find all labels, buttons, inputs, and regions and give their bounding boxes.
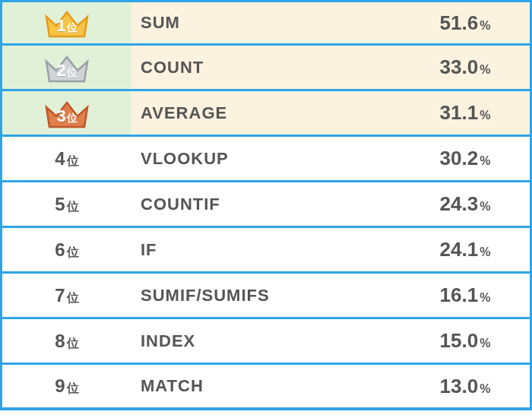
function-name: SUMIF/SUMIFS — [141, 286, 270, 306]
name-cell: COUNT — [131, 46, 401, 89]
percent-value: 51.6 % — [440, 11, 491, 35]
table-row: 6 位 IF 24.1 % — [0, 228, 532, 274]
crown-icon-silver: 2 位 — [43, 52, 90, 83]
rank-cell: 5 位 — [2, 182, 131, 226]
table-row: 7 位 SUMIF/SUMIFS 16.1 % — [0, 274, 532, 319]
table-row: 2 位 COUNT 33.0 % — [0, 46, 532, 91]
rank-label: 2 位 — [56, 61, 77, 81]
percent-value: 15.0 % — [440, 329, 491, 353]
function-name: COUNTIF — [141, 195, 220, 214]
percent-value: 31.1 % — [440, 101, 491, 125]
percent-value: 30.2 % — [440, 147, 491, 170]
name-cell: MATCH — [131, 365, 401, 407]
table-row: 9 位 MATCH 13.0 % — [0, 365, 532, 410]
table-row: 4 位 VLOOKUP 30.2 % — [0, 137, 532, 182]
percent-value: 33.0 % — [440, 55, 491, 79]
rank-cell: 6 位 — [2, 228, 131, 271]
function-name: AVERAGE — [141, 103, 227, 123]
rank-cell: 4 位 — [2, 137, 131, 180]
name-cell: AVERAGE — [131, 91, 401, 135]
percent-value: 24.1 % — [440, 238, 491, 261]
name-cell: IF — [131, 228, 401, 271]
rank-cell: 2 位 — [2, 46, 131, 89]
ranking-table: 1 位 SUM 51.6 % 2 位 — [0, 0, 532, 410]
table-row: 5 位 COUNTIF 24.3 % — [0, 182, 532, 228]
crown-icon-bronze: 3 位 — [43, 98, 90, 128]
percent-cell: 24.1 % — [401, 228, 530, 271]
percent-cell: 16.1 % — [401, 274, 530, 317]
name-cell: VLOOKUP — [131, 137, 401, 180]
name-cell: SUMIF/SUMIFS — [131, 274, 401, 317]
percent-value: 13.0 % — [440, 375, 491, 398]
rank-label: 9 位 — [55, 375, 78, 397]
rank-label: 3 位 — [56, 106, 77, 126]
function-name: IF — [141, 240, 157, 260]
percent-cell: 33.0 % — [401, 46, 530, 89]
percent-cell: 15.0 % — [401, 319, 530, 363]
rank-cell: 1 位 — [2, 2, 131, 43]
rank-label: 1 位 — [56, 16, 77, 36]
percent-value: 24.3 % — [440, 192, 491, 216]
name-cell: INDEX — [131, 319, 401, 363]
rank-cell: 8 位 — [2, 319, 131, 363]
rank-label: 6 位 — [55, 239, 78, 261]
rank-cell: 9 位 — [2, 365, 131, 407]
rank-cell: 3 位 — [2, 91, 131, 135]
percent-cell: 31.1 % — [401, 91, 530, 135]
table-row: 8 位 INDEX 15.0 % — [0, 319, 532, 365]
name-cell: COUNTIF — [131, 182, 401, 226]
percent-cell: 13.0 % — [401, 365, 530, 407]
rank-label: 7 位 — [55, 285, 78, 306]
function-name: SUM — [141, 13, 180, 33]
function-name: INDEX — [141, 331, 195, 351]
rank-cell: 7 位 — [2, 274, 131, 317]
rank-label: 4 位 — [55, 148, 78, 169]
function-name: COUNT — [141, 58, 204, 78]
function-name: VLOOKUP — [141, 149, 229, 169]
function-name: MATCH — [141, 376, 204, 396]
rank-label: 5 位 — [55, 194, 78, 215]
rank-label: 8 位 — [55, 331, 78, 352]
percent-value: 16.1 % — [440, 283, 491, 307]
crown-icon-gold: 1 位 — [43, 8, 90, 38]
percent-cell: 24.3 % — [401, 182, 530, 226]
percent-cell: 51.6 % — [401, 2, 530, 43]
table-row: 1 位 SUM 51.6 % — [0, 0, 532, 46]
name-cell: SUM — [131, 2, 401, 43]
table-row: 3 位 AVERAGE 31.1 % — [0, 91, 532, 137]
percent-cell: 30.2 % — [401, 137, 530, 180]
